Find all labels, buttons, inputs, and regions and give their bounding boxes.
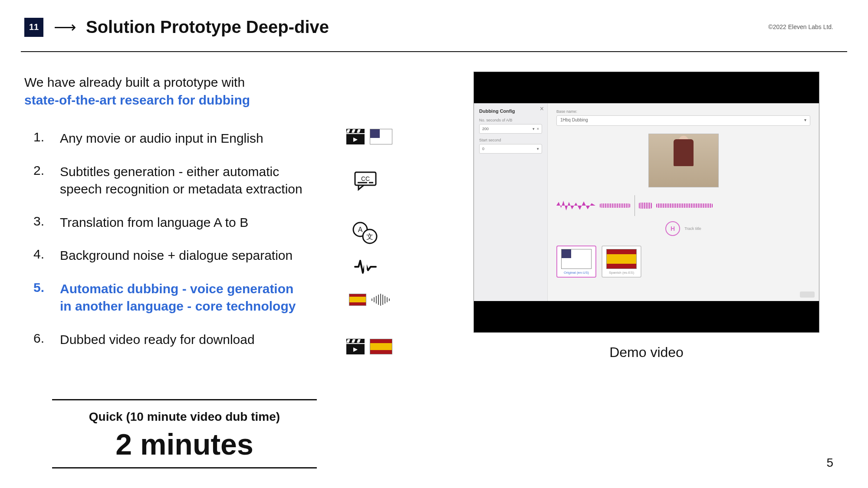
- cc-icon: CC: [354, 171, 377, 192]
- list-text: Any movie or audio input in English: [60, 130, 263, 147]
- list-number: 3.: [24, 214, 44, 229]
- list-number: 6.: [24, 331, 44, 346]
- flag-es-icon: [349, 294, 366, 306]
- callout-label: Quick (10 minute video dub time): [52, 410, 317, 424]
- config-label-seconds: No. seconds of A/B: [479, 118, 542, 122]
- list-item: 1. Any movie or audio input in English: [24, 130, 385, 147]
- list-number: 5.: [24, 280, 44, 295]
- clapper-icon: [345, 128, 365, 145]
- language-tab-original[interactable]: Original (en-US): [556, 246, 596, 278]
- waveform-icon: [600, 203, 630, 208]
- list-item: 2. Subtitles generation - either automat…: [24, 163, 385, 198]
- list-item-highlighted: 5. Automatic dubbing - voice generation …: [24, 280, 385, 315]
- flag-us-icon: [561, 249, 592, 269]
- callout-rule-bottom: [52, 467, 317, 468]
- time-callout: Quick (10 minute video dub time) 2 minut…: [52, 399, 317, 468]
- list-number: 4.: [24, 247, 44, 262]
- flag-us-icon: [370, 129, 392, 144]
- flag-es-icon: [370, 339, 392, 354]
- flag-es-icon: [606, 249, 637, 269]
- close-icon[interactable]: ×: [540, 105, 544, 113]
- speaker-avatar[interactable]: H: [665, 221, 680, 236]
- video-letterbox-top: [474, 72, 819, 103]
- config-input-start[interactable]: 0▾: [479, 144, 542, 154]
- callout-value: 2 minutes: [52, 427, 317, 461]
- feature-list: 1. Any movie or audio input in English 2…: [24, 130, 385, 348]
- arrow-icon: ⟶: [54, 20, 76, 35]
- language-tab-caption: Original (en-US): [564, 271, 589, 275]
- config-title: Dubbing Config: [479, 108, 542, 114]
- config-input-seconds[interactable]: 200▾ ×: [479, 124, 542, 134]
- demo-config-panel: × Dubbing Config No. seconds of A/B 200▾…: [474, 103, 548, 301]
- config-label-start: Start second: [479, 138, 542, 142]
- callout-rule-top: [52, 399, 317, 400]
- waveform-icon: [639, 203, 652, 209]
- speaker-label: Track title: [684, 226, 701, 231]
- video-thumbnail: [648, 134, 719, 187]
- slide-number: 5: [826, 456, 833, 470]
- waveform-icon: [556, 200, 595, 212]
- list-item: 4. Background noise + dialogue separatio…: [24, 247, 385, 265]
- corner-toggle[interactable]: [800, 291, 815, 298]
- list-text: Background noise + dialogue separation: [60, 247, 293, 265]
- list-item: 3. Translation from language A to B: [24, 214, 385, 232]
- soundwave-icon: [371, 294, 391, 306]
- header-rule: [21, 51, 847, 52]
- clapper-icon: [345, 338, 365, 355]
- svg-text:A: A: [358, 226, 363, 233]
- basename-label: Base name:: [556, 109, 810, 114]
- page-number-badge: 11: [24, 18, 43, 37]
- demo-caption: Demo video: [474, 344, 819, 360]
- copyright-text: ©2022 Eleven Labs Ltd.: [768, 23, 833, 30]
- svg-text:CC: CC: [361, 175, 370, 182]
- list-text: Automatic dubbing - voice generation in …: [60, 280, 303, 315]
- list-text: Dubbed video ready for download: [60, 331, 255, 349]
- waveform-row[interactable]: [556, 200, 810, 212]
- translate-icon: A文: [352, 222, 378, 245]
- intro-highlight: state-of-the-art research for dubbing: [24, 93, 250, 107]
- intro-line-1: We have already built a prototype with: [24, 75, 245, 89]
- demo-main-panel: Base name: 1Hbq Dubbing▾ H Track title: [548, 103, 819, 301]
- list-text: Subtitles generation - either automatic …: [60, 163, 303, 198]
- video-letterbox-bottom: [474, 301, 819, 332]
- slide-title: Solution Prototype Deep-dive: [86, 17, 329, 37]
- wave-split-icon: [354, 259, 377, 275]
- language-tab-spanish[interactable]: Spanish (es-ES): [602, 246, 641, 278]
- list-text: Translation from language A to B: [60, 214, 248, 232]
- list-number: 2.: [24, 163, 44, 178]
- demo-video-card[interactable]: × Dubbing Config No. seconds of A/B 200▾…: [474, 72, 819, 332]
- playhead-icon[interactable]: [635, 195, 635, 216]
- waveform-icon: [656, 203, 713, 208]
- list-number: 1.: [24, 130, 44, 144]
- list-item: 6. Dubbed video ready for download: [24, 331, 385, 349]
- svg-text:文: 文: [366, 233, 373, 240]
- basename-select[interactable]: 1Hbq Dubbing▾: [556, 115, 810, 126]
- language-tab-caption: Spanish (es-ES): [609, 271, 634, 275]
